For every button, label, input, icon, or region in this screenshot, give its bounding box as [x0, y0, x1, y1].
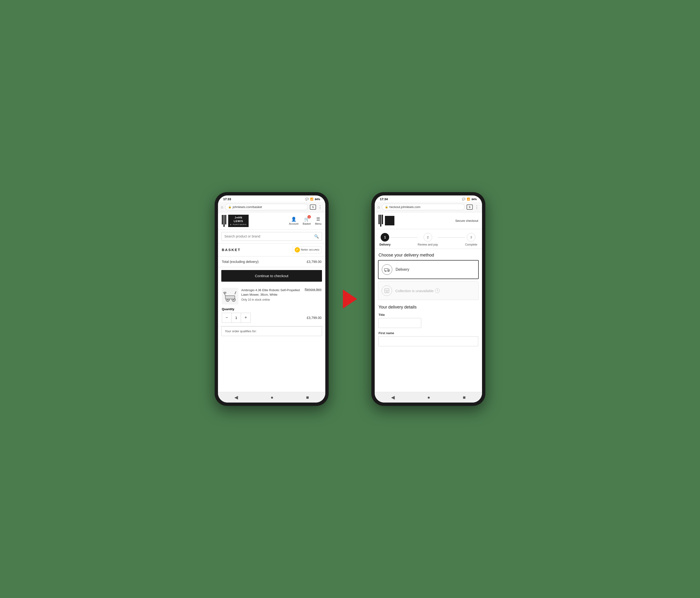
progress-steps: 1 Delivery 2 Review and pay: [375, 229, 482, 249]
account-label: Account: [289, 222, 298, 225]
svg-point-6: [227, 299, 228, 300]
collection-store-icon: [381, 285, 392, 296]
scene: 17:33 💬 📶 84% ⌂ 🔒 johnlewis.com/basket 5…: [215, 192, 485, 406]
quantity-value: 1: [231, 313, 241, 323]
basket-count: 1: [307, 215, 311, 219]
url-box-2[interactable]: 🔒 heckout.johnlewis.com: [382, 204, 465, 210]
browser-menu-2[interactable]: ⋮: [475, 204, 479, 210]
order-qualifies-box: Your order qualifies for:: [221, 326, 322, 336]
url-text-2: heckout.johnlewis.com: [390, 205, 421, 209]
jl-header-1: J●HN LEWIS & PARTNERS 👤 Account: [218, 212, 325, 230]
bar2: [223, 215, 225, 227]
account-nav-item[interactable]: 👤 Account: [289, 217, 298, 225]
quantity-controls: − 1 +: [222, 313, 251, 323]
phone1-content: J●HN LEWIS & PARTNERS 👤 Account: [218, 212, 325, 402]
norton-badge: ✓ Norton SECURED: [293, 246, 322, 253]
page-body-2: Secure checkout 1 Delivery: [375, 212, 482, 392]
delivery-method-title: Choose your delivery method: [375, 249, 482, 260]
basket-title-text: BASKET: [222, 248, 241, 252]
quantity-label: Quantity: [222, 307, 322, 311]
question-icon[interactable]: ?: [435, 288, 440, 293]
step3-circle: 3: [467, 233, 475, 242]
jl-block-logo: [385, 216, 394, 225]
nav-recent-btn-1[interactable]: ■: [306, 395, 309, 400]
stock-info: Only 10 in stock online: [241, 298, 322, 301]
svg-rect-8: [384, 269, 388, 271]
step-connector-1: [391, 237, 418, 238]
basket-label: Basket: [303, 222, 311, 225]
title-form-group: Title: [378, 313, 478, 328]
step3-label: Complete: [465, 243, 477, 246]
signal-icon-2: 📶: [467, 198, 470, 201]
cbar3: [382, 215, 383, 224]
step-connector-2: [438, 237, 465, 238]
collection-option: Collection is unavailable ?: [378, 281, 479, 300]
firstname-form-group: First name: [378, 331, 478, 346]
delivery-truck-icon: [382, 264, 392, 275]
jl-logo-1: J●HN LEWIS & PARTNERS: [222, 215, 249, 227]
basket-title-section: BASKET ✓ Norton SECURED: [218, 243, 325, 256]
product-price: £3,799.00: [307, 316, 322, 320]
flow-arrow: [343, 290, 357, 308]
step-3: 3 Complete: [465, 233, 477, 246]
phone-checkout: 17:34 💬 📶 84% ⌂ 🔒 heckout.johnlewis.com …: [371, 192, 485, 406]
delivery-option-active[interactable]: Delivery: [378, 260, 479, 279]
basket-nav-item[interactable]: 🛒 1 Basket: [303, 217, 311, 225]
title-label: Title: [378, 313, 478, 317]
nav-home-btn-1[interactable]: ●: [271, 395, 273, 400]
tabs-btn-1[interactable]: 5: [310, 204, 316, 210]
remove-link[interactable]: Remove item: [305, 288, 322, 291]
jl-nav-1: 👤 Account 🛒 1 Basket: [289, 217, 322, 225]
step2-label: Review and pay: [418, 243, 438, 246]
phone1-screen: 17:33 💬 📶 84% ⌂ 🔒 johnlewis.com/basket 5…: [218, 196, 325, 402]
firstname-input[interactable]: [378, 336, 478, 346]
product-name: Ambrogio 4.36 Elite Robotic Self-Propell…: [241, 288, 303, 297]
title-input[interactable]: [378, 318, 421, 328]
firstname-label: First name: [378, 331, 478, 335]
nav-back-btn-2[interactable]: ◀: [391, 395, 395, 400]
bottom-nav-1: ◀ ● ■: [218, 392, 325, 402]
home-icon-1[interactable]: ⌂: [221, 205, 223, 209]
account-icon: 👤: [291, 217, 296, 222]
search-icon-1: 🔍: [314, 234, 319, 239]
nav-back-btn-1[interactable]: ◀: [234, 395, 238, 400]
menu-nav-item[interactable]: ☰ Menu: [315, 217, 322, 225]
total-row: Total (excluding delivery): £3,799.00: [218, 256, 325, 267]
menu-label: Menu: [315, 222, 322, 225]
jl-logo-2: [378, 215, 394, 227]
search-bar-1[interactable]: 🔍: [221, 232, 322, 241]
url-box-1[interactable]: 🔒 johnlewis.com/basket: [225, 204, 308, 210]
collection-label: Collection is unavailable: [395, 289, 433, 293]
home-icon-2[interactable]: ⌂: [378, 205, 380, 209]
battery-display-1: 84%: [315, 198, 320, 201]
checkout-button[interactable]: Continue to checkout: [221, 270, 322, 282]
tabs-btn-2[interactable]: 5: [467, 204, 473, 210]
svg-rect-2: [225, 296, 235, 299]
bar3: [225, 215, 226, 224]
cbar1: [378, 215, 380, 224]
nav-recent-btn-2[interactable]: ■: [463, 395, 466, 400]
browser-bar-1: ⌂ 🔒 johnlewis.com/basket 5 ⋮: [218, 202, 325, 212]
delivery-details-title: Your delivery details: [378, 305, 478, 310]
url-text-1: johnlewis.com/basket: [233, 205, 262, 209]
svg-rect-11: [385, 290, 389, 293]
time-display-1: 17:33: [223, 197, 231, 201]
step-2: 2 Review and pay: [418, 233, 438, 246]
step1-circle: 1: [381, 233, 389, 242]
norton-check-icon: ✓: [295, 247, 300, 252]
basket-badge: 🛒 1: [304, 217, 309, 222]
nav-home-btn-2[interactable]: ●: [427, 395, 430, 400]
quantity-minus-btn[interactable]: −: [222, 313, 231, 323]
lawnmower-svg: [223, 289, 237, 303]
jl-brand-text: J●HN LEWIS & PARTNERS: [228, 215, 249, 227]
delivery-details-section: Your delivery details Title First name: [375, 302, 482, 352]
search-input-1[interactable]: [224, 234, 312, 238]
browser-menu-1[interactable]: ⋮: [318, 204, 322, 210]
svg-line-5: [235, 292, 236, 294]
time-display-2: 17:34: [380, 197, 388, 201]
hamburger-icon: ☰: [316, 217, 320, 222]
phone2-content: Secure checkout 1 Delivery: [375, 212, 482, 402]
lock-icon-1: 🔒: [228, 205, 231, 208]
quantity-plus-btn[interactable]: +: [241, 313, 251, 323]
phone-basket: 17:33 💬 📶 84% ⌂ 🔒 johnlewis.com/basket 5…: [215, 192, 329, 406]
